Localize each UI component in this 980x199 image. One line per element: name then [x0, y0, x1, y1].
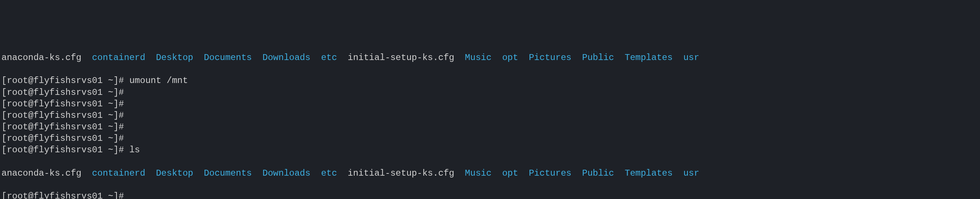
ls-item: usr — [683, 168, 699, 178]
ls-item: opt — [502, 168, 518, 178]
ls-item: Public — [582, 168, 614, 178]
ls-item: Documents — [204, 53, 252, 63]
ls-item: Desktop — [156, 53, 193, 63]
ls-item: Downloads — [262, 168, 311, 178]
ls-item: usr — [683, 53, 699, 63]
terminal-line: [root@flyfishsrvs01 ~]# — [2, 98, 978, 110]
shell-prompt: [root@flyfishsrvs01 ~]# — [2, 191, 124, 199]
ls-output-row: anaconda-ks.cfg containerd Desktop Docum… — [2, 167, 978, 179]
terminal-output[interactable]: anaconda-ks.cfg containerd Desktop Docum… — [0, 47, 980, 199]
terminal-line: [root@flyfishsrvs01 ~]# umount /mnt — [2, 75, 978, 86]
ls-item: Public — [582, 53, 614, 63]
ls-item: initial-setup-ks.cfg — [348, 168, 454, 178]
ls-item: etc — [321, 53, 337, 63]
ls-item: Documents — [204, 168, 252, 178]
ls-item: Templates — [625, 168, 673, 178]
shell-prompt: [root@flyfishsrvs01 ~]# — [2, 145, 124, 155]
shell-prompt: [root@flyfishsrvs01 ~]# — [2, 122, 124, 132]
shell-prompt: [root@flyfishsrvs01 ~]# — [2, 87, 124, 98]
ls-item: initial-setup-ks.cfg — [348, 53, 454, 63]
ls-item: Downloads — [262, 53, 311, 63]
shell-command: umount /mnt — [124, 75, 188, 86]
terminal-line: [root@flyfishsrvs01 ~]# ls — [2, 144, 978, 156]
ls-item: anaconda-ks.cfg — [2, 53, 81, 63]
ls-item: containerd — [92, 53, 145, 63]
terminal-line: [root@flyfishsrvs01 ~]# — [2, 121, 978, 133]
shell-prompt: [root@flyfishsrvs01 ~]# — [2, 75, 124, 86]
shell-prompt: [root@flyfishsrvs01 ~]# — [2, 99, 124, 109]
terminal-line: [root@flyfishsrvs01 ~]# — [2, 110, 978, 121]
ls-item: Pictures — [529, 168, 571, 178]
terminal-line: [root@flyfishsrvs01 ~]# — [2, 191, 978, 199]
ls-item: containerd — [92, 168, 145, 178]
ls-item: etc — [321, 168, 337, 178]
ls-item: Desktop — [156, 168, 193, 178]
shell-prompt: [root@flyfishsrvs01 ~]# — [2, 133, 124, 143]
terminal-line: [root@flyfishsrvs01 ~]# — [2, 133, 978, 144]
shell-command: ls — [124, 145, 140, 155]
ls-item: Music — [465, 168, 492, 178]
ls-item: Music — [465, 53, 492, 63]
ls-item: opt — [502, 53, 518, 63]
ls-item: Pictures — [529, 53, 571, 63]
ls-item: Templates — [625, 53, 673, 63]
ls-item: anaconda-ks.cfg — [2, 168, 81, 178]
ls-output-top-partial: anaconda-ks.cfg containerd Desktop Docum… — [2, 52, 978, 63]
shell-prompt: [root@flyfishsrvs01 ~]# — [2, 111, 124, 120]
terminal-line: [root@flyfishsrvs01 ~]# — [2, 87, 978, 98]
